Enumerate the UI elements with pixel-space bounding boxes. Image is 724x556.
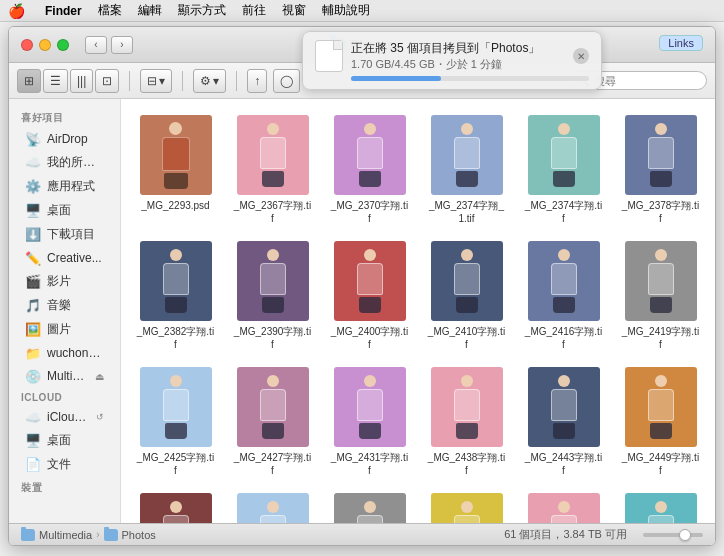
file-item[interactable]: _MG_2419字翔.tif — [614, 237, 707, 355]
sidebar-item-mine[interactable]: ☁️ 我的所有... — [13, 151, 116, 174]
coverflow-view-button[interactable]: ⊡ — [95, 69, 119, 93]
toolbar-sep-1 — [129, 71, 130, 91]
links-badge[interactable]: Links — [659, 35, 703, 51]
file-item[interactable]: MG 2482字翔.tif — [517, 489, 610, 523]
sidebar-item-creative[interactable]: ✏️ Creative... — [13, 247, 116, 269]
arrange-group: ⊟ ▾ — [140, 69, 172, 93]
file-item[interactable]: _MG_2367字翔.tif — [226, 111, 319, 229]
file-thumbnail — [528, 367, 600, 447]
path-multimedia[interactable]: Multimedia — [39, 529, 92, 541]
maximize-button[interactable] — [57, 39, 69, 51]
share-button[interactable]: ↑ — [247, 69, 267, 93]
file-item[interactable]: _MG_2449字翔.tif — [614, 363, 707, 481]
settings-button[interactable]: ⚙ ▾ — [193, 69, 226, 93]
sidebar-item-downloads[interactable]: ⬇️ 下載項目 — [13, 223, 116, 246]
menubar-finder[interactable]: Finder — [45, 4, 82, 18]
menubar-go[interactable]: 前往 — [242, 2, 266, 19]
menubar-edit[interactable]: 編輯 — [138, 2, 162, 19]
file-item[interactable]: MG 2455字翔.tif — [129, 489, 222, 523]
file-thumbnail — [140, 493, 212, 523]
file-item[interactable]: MG 2491字翔.tif — [614, 489, 707, 523]
file-name: _MG_2378字翔.tif — [621, 199, 701, 225]
file-thumbnail — [334, 241, 406, 321]
toolbar-sep-3 — [236, 71, 237, 91]
sidebar-item-music[interactable]: 🎵 音樂 — [13, 294, 116, 317]
sidebar-item-icloud-desktop[interactable]: 🖥️ 桌面 — [13, 429, 116, 452]
toolbar-sep-2 — [182, 71, 183, 91]
menubar-view[interactable]: 顯示方式 — [178, 2, 226, 19]
file-item[interactable]: _MG_2443字翔.tif — [517, 363, 610, 481]
file-item[interactable]: _MG_2438字翔.tif — [420, 363, 513, 481]
toast-close-button[interactable]: ✕ — [573, 48, 589, 64]
sidebar-item-apps[interactable]: ⚙️ 應用程式 — [13, 175, 116, 198]
file-thumbnail — [237, 115, 309, 195]
search-input[interactable] — [594, 75, 694, 87]
file-item[interactable]: MG 2476字翔.tif — [420, 489, 513, 523]
eject-icon[interactable]: ⏏ — [95, 371, 104, 382]
file-item[interactable]: _MG_2431字翔.tif — [323, 363, 416, 481]
file-item[interactable]: _MG_2370字翔.tif — [323, 111, 416, 229]
tag-button[interactable]: ◯ — [273, 69, 300, 93]
desktop-icon: 🖥️ — [25, 203, 41, 219]
file-thumbnail — [140, 367, 212, 447]
forward-button[interactable]: › — [111, 36, 133, 54]
menubar-window[interactable]: 視窗 — [282, 2, 306, 19]
file-thumbnail — [528, 115, 600, 195]
file-item[interactable]: _MG_2427字翔.tif — [226, 363, 319, 481]
sidebar-item-airdrop[interactable]: 📡 AirDrop — [13, 128, 116, 150]
file-name: _MG_2374字翔.tif — [524, 199, 604, 225]
file-item[interactable]: _MG_2293.psd — [129, 111, 222, 229]
file-thumbnail — [625, 493, 697, 523]
menubar-file[interactable]: 檔案 — [98, 2, 122, 19]
file-thumbnail — [334, 493, 406, 523]
file-thumbnail — [431, 241, 503, 321]
file-grid: _MG_2293.psd _MG_2367字翔.tif _MG_2370字翔.t… — [121, 99, 715, 523]
menubar: 🍎 Finder 檔案 編輯 顯示方式 前往 視窗 輔助說明 — [0, 0, 724, 22]
zoom-slider[interactable] — [643, 533, 703, 537]
file-item[interactable]: _MG_2390字翔.tif — [226, 237, 319, 355]
sidebar-item-movies[interactable]: 🎬 影片 — [13, 270, 116, 293]
apple-menu[interactable]: 🍎 — [8, 3, 25, 19]
file-name: _MG_2410字翔.tif — [427, 325, 507, 351]
mine-label: 我的所有... — [47, 154, 104, 171]
file-item[interactable]: _MG_2425字翔.tif — [129, 363, 222, 481]
sidebar-item-pictures[interactable]: 🖼️ 圖片 — [13, 318, 116, 341]
arrange-button[interactable]: ⊟ ▾ — [140, 69, 172, 93]
path-photos[interactable]: Photos — [122, 529, 156, 541]
file-item[interactable]: MG 2458字翔.tif — [226, 489, 319, 523]
file-item[interactable]: _MG_2374字翔.tif — [517, 111, 610, 229]
file-name: _MG_2293.psd — [141, 199, 209, 212]
file-thumbnail — [431, 493, 503, 523]
downloads-icon: ⬇️ — [25, 227, 41, 243]
pictures-icon: 🖼️ — [25, 322, 41, 338]
file-item[interactable]: _MG_2378字翔.tif — [614, 111, 707, 229]
view-buttons: ⊞ ☰ ||| ⊡ — [17, 69, 119, 93]
file-item[interactable]: _MG_2374字翔_1.tif — [420, 111, 513, 229]
sidebar-item-desktop[interactable]: 🖥️ 桌面 — [13, 199, 116, 222]
icon-view-button[interactable]: ⊞ — [17, 69, 41, 93]
back-button[interactable]: ‹ — [85, 36, 107, 54]
path-folder-icon-2 — [104, 529, 118, 541]
path-breadcrumb: Multimedia › Photos — [21, 529, 156, 541]
progress-toast: 正在將 35 個項目拷貝到「Photos」 1.70 GB/4.45 GB・少於… — [302, 31, 602, 90]
file-thumbnail — [237, 367, 309, 447]
menubar-help[interactable]: 輔助說明 — [322, 2, 370, 19]
minimize-button[interactable] — [39, 39, 51, 51]
movies-label: 影片 — [47, 273, 71, 290]
file-name: _MG_2382字翔.tif — [136, 325, 216, 351]
file-item[interactable]: MG 2462字翔.tif — [323, 489, 416, 523]
sidebar-item-wuchong[interactable]: 📁 wuchong... — [13, 342, 116, 364]
file-item[interactable]: _MG_2400字翔.tif — [323, 237, 416, 355]
movies-icon: 🎬 — [25, 274, 41, 290]
sidebar-item-multimedia[interactable]: 💿 Multimi... ⏏ — [13, 365, 116, 387]
sidebar-item-icloud-docs[interactable]: 📄 文件 — [13, 453, 116, 476]
column-view-button[interactable]: ||| — [70, 69, 93, 93]
close-button[interactable] — [21, 39, 33, 51]
sidebar-item-icloud[interactable]: ☁️ iCloud... ↺ — [13, 406, 116, 428]
file-item[interactable]: _MG_2410字翔.tif — [420, 237, 513, 355]
list-view-button[interactable]: ☰ — [43, 69, 68, 93]
file-item[interactable]: _MG_2416字翔.tif — [517, 237, 610, 355]
file-name: _MG_2443字翔.tif — [524, 451, 604, 477]
file-item[interactable]: _MG_2382字翔.tif — [129, 237, 222, 355]
zoom-slider-thumb[interactable] — [679, 529, 691, 541]
